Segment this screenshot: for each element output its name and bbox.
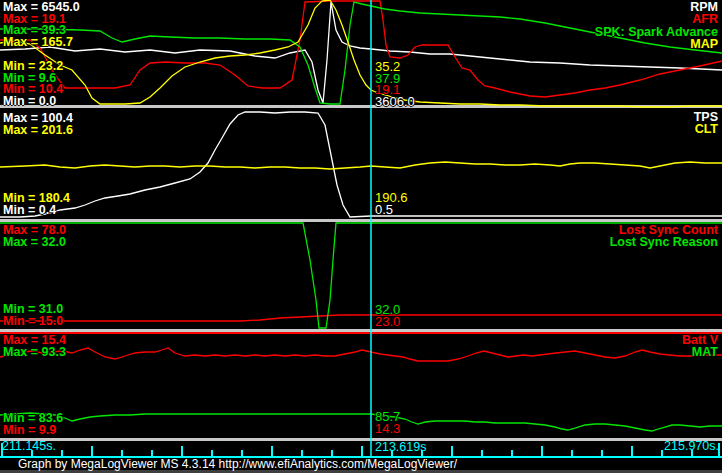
min-label: Min = 0.0: [3, 96, 63, 108]
cursor-time-label: 213.619s: [375, 441, 426, 454]
min-label: Min = 0.4: [3, 204, 70, 216]
megalogviewer-graph-window: Max = 6545.0Max = 19.1Max = 39.3Max = 16…: [0, 0, 722, 473]
panel2-max-labels: Max = 100.4Max = 201.6: [3, 112, 73, 136]
panel-divider[interactable]: [0, 105, 722, 108]
cursor-value: 23.0: [375, 316, 400, 328]
time-end-label: 215.970s.: [664, 440, 719, 453]
cursor-value: 14.3: [375, 423, 400, 435]
max-label: Max = 32.0: [3, 236, 66, 248]
panel2-series-labels: TPSCLT: [694, 111, 718, 135]
panel4-series-labels: Batt VMAT: [682, 334, 718, 358]
panel1-cursor-values: 35.237.919.13606.0: [375, 61, 415, 107]
series-label: Lost Sync Reason: [610, 236, 718, 248]
panel-divider[interactable]: [0, 219, 722, 222]
panel-divider[interactable]: [0, 438, 722, 441]
chart-panel-battv-mat[interactable]: [0, 334, 722, 438]
max-label: Max = 201.6: [3, 124, 73, 136]
panel4-cursor-values: 85.714.3: [375, 411, 400, 435]
max-label: Max = 93.3: [3, 346, 66, 358]
panel2-min-labels: Min = 180.4Min = 0.4: [3, 192, 70, 216]
panel4-red-top-line: [0, 332, 722, 334]
series-label: CLT: [694, 123, 718, 135]
panel1-min-labels: Min = 23.2Min = 9.6Min = 10.4Min = 0.0: [3, 61, 63, 107]
panel1-max-labels: Max = 6545.0Max = 19.1Max = 39.3Max = 16…: [3, 2, 80, 48]
panel3-cursor-values: 32.023.0: [375, 304, 400, 328]
series-label: AFR: [595, 13, 718, 25]
cursor-value: 3606.0: [375, 96, 415, 108]
min-label: Min = 15.0: [3, 315, 63, 327]
panel2-cursor-values: 190.60.5: [375, 192, 408, 216]
panel4-min-labels: Min = 83.6Min = 9.9: [3, 412, 63, 436]
panel3-max-labels: Max = 78.0Max = 32.0: [3, 224, 66, 248]
status-bar: Graph by MegaLogViewer MS 4.3.14 http://…: [0, 458, 722, 470]
panel3-series-labels: Lost Sync CountLost Sync Reason: [610, 224, 718, 248]
panel1-series-labels: RPMAFRSPK: Spark AdvanceMAP: [595, 1, 718, 51]
min-label: Min = 9.9: [3, 424, 63, 436]
time-start-label: 211.145s.: [2, 440, 56, 453]
series-label: MAP: [595, 38, 718, 50]
chart-panel-tps-clt[interactable]: [0, 108, 722, 219]
panel3-min-labels: Min = 31.0Min = 15.0: [3, 303, 63, 327]
cursor-value: 0.5: [375, 204, 408, 216]
series-label: MAT: [682, 346, 718, 358]
panel4-max-labels: Max = 15.4Max = 93.3: [3, 334, 66, 358]
max-label: Max = 165.7: [3, 37, 80, 49]
